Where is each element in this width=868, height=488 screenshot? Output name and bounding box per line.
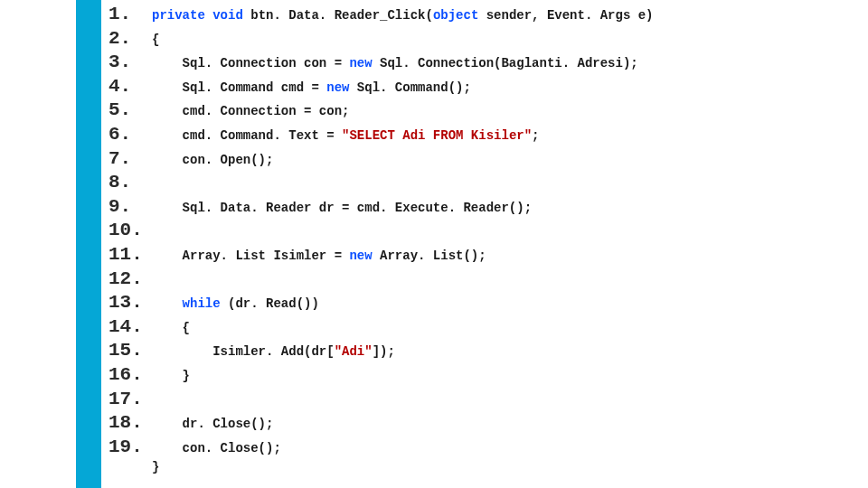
line-code: cmd. Connection = con; [152,104,349,118]
line-number: 19. [108,436,152,457]
slide: 1.private void btn. Data. Reader_Click(o… [0,0,868,488]
line-number: 4. [108,76,152,97]
code-line: 19. con. Close(); [108,436,850,461]
code-line: 7. con. Open(); [108,148,850,173]
text-token: { [152,321,190,335]
line-number: 2. [108,28,152,49]
code-line: 14. { [108,316,850,341]
code-line: 5. cmd. Connection = con; [108,99,850,124]
line-number: 13. [108,292,152,313]
code-line: 13. while (dr. Read()) [108,292,850,316]
line-code: while (dr. Read()) [152,296,319,311]
left-stripe [76,0,101,488]
line-code: { [152,321,190,335]
text-token: cmd. Command. Text = [152,128,342,143]
code-line: 16. } [108,364,850,389]
text-token: Array. List Isimler = [152,249,349,263]
line-number: 14. [108,316,152,337]
line-number: 6. [108,124,152,145]
keyword-token: while [183,296,228,311]
line-code: Sql. Command cmd = new Sql. Command(); [152,80,471,95]
line-number: 5. [108,99,152,120]
text-token: dr. Close(); [152,417,273,431]
line-number: 18. [108,412,152,433]
line-number: 9. [108,196,152,217]
line-number: 12. [108,268,152,289]
keyword-token: new [349,249,380,263]
code-line: 11. Array. List Isimler = new Array. Lis… [108,244,850,268]
text-token: Array. List(); [380,249,486,263]
text-token: (dr. Read()) [228,296,319,311]
keyword-token: new [326,80,357,95]
line-number: 3. [108,52,152,72]
line-code: } [152,460,159,474]
text-token: Sql. Connection con = [152,56,349,70]
keyword-token: new [349,56,380,70]
line-code: private void btn. Data. Reader_Click(obj… [152,8,654,23]
line-number: 16. [108,364,152,385]
text-token: btn. Data. Reader_Click( [250,8,433,23]
text-token: cmd. Connection = con; [152,104,349,118]
text-token: } [152,460,159,474]
code-line: } [108,460,850,484]
keyword-token: private [152,8,212,23]
line-number: 8. [108,172,152,192]
text-token: ; [532,128,539,143]
text-token: Sql. Command cmd = [152,80,326,95]
text-token: Sql. Data. Reader dr = cmd. Execute. Rea… [152,201,532,215]
line-code: cmd. Command. Text = "SELECT Adi FROM Ki… [152,128,540,143]
text-token: ]); [373,344,395,359]
line-code: con. Close(); [152,441,281,455]
line-code: { [152,33,159,47]
code-line: 3. Sql. Connection con = new Sql. Connec… [108,52,850,76]
line-number: 1. [108,4,152,24]
text-token [152,296,183,311]
code-line: 8. [108,172,850,196]
string-token: "Adi" [335,344,373,359]
text-token: Sql. Command(); [357,80,471,95]
code-line: 9. Sql. Data. Reader dr = cmd. Execute. … [108,196,850,221]
string-token: "SELECT Adi FROM Kisiler" [342,128,532,143]
code-line: 17. [108,389,850,413]
line-number: 10. [108,220,152,240]
line-code: Sql. Connection con = new Sql. Connectio… [152,56,638,70]
keyword-token: void [212,8,250,23]
code-line: 4. Sql. Command cmd = new Sql. Command()… [108,76,850,100]
line-number: 15. [108,340,152,361]
line-code: Sql. Data. Reader dr = cmd. Execute. Rea… [152,201,532,215]
code-line: 6. cmd. Command. Text = "SELECT Adi FROM… [108,124,850,148]
code-line: 1.private void btn. Data. Reader_Click(o… [108,4,850,28]
line-code: } [152,369,190,383]
line-number: 17. [108,389,152,409]
code-line: 12. [108,268,850,293]
line-code: Array. List Isimler = new Array. List(); [152,249,486,263]
text-token: con. Open(); [152,153,273,167]
code-line: 15. Isimler. Add(dr["Adi"]); [108,340,850,364]
text-token: Isimler. Add(dr[ [152,344,335,359]
line-number: 7. [108,148,152,169]
keyword-token: object [433,8,486,23]
code-line: 18. dr. Close(); [108,412,850,436]
text-token: sender, Event. Args e) [486,8,654,23]
line-code: dr. Close(); [152,417,273,431]
line-code: con. Open(); [152,153,273,167]
text-token: { [152,33,159,47]
code-block: 1.private void btn. Data. Reader_Click(o… [108,4,850,484]
line-code: Isimler. Add(dr["Adi"]); [152,344,395,359]
text-token: con. Close(); [152,441,281,455]
text-token: } [152,369,190,383]
code-line: 2.{ [108,28,850,52]
code-line: 10. [108,220,850,244]
line-number: 11. [108,244,152,265]
text-token: Sql. Connection(Baglanti. Adresi); [380,56,638,70]
